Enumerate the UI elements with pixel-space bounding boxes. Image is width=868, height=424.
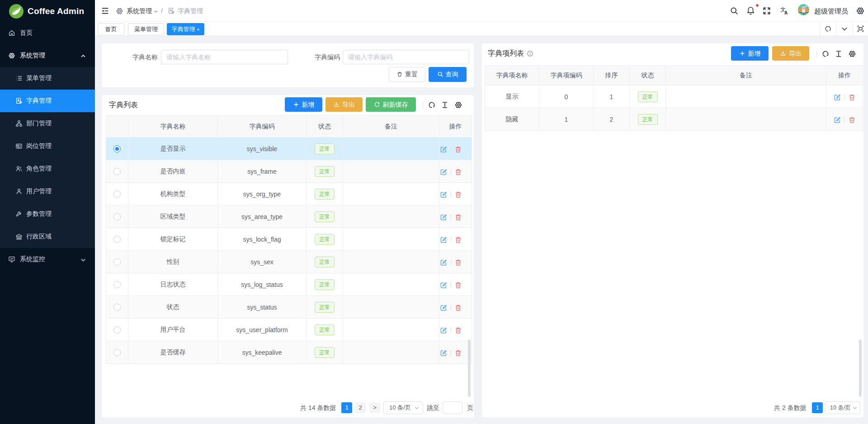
svg-text:A: A [784,10,788,15]
